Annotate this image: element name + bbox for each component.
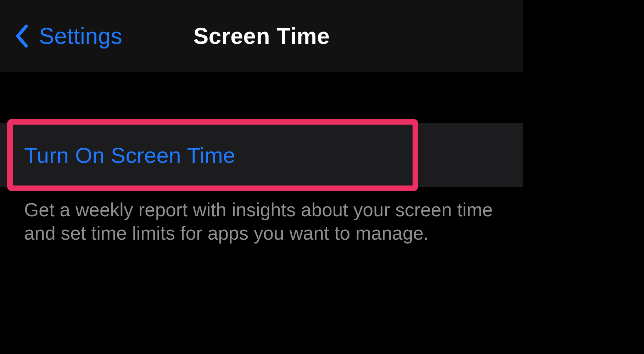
back-label: Settings [39,23,122,49]
turn-on-screen-time-label: Turn On Screen Time [24,143,235,168]
turn-on-screen-time-cell[interactable]: Turn On Screen Time [13,125,413,185]
content-area: Turn On Screen Time Get a weekly report … [0,72,523,245]
back-button[interactable]: Settings [15,23,122,49]
section-footer-text: Get a weekly report with insights about … [0,198,523,245]
nav-bar: Settings Screen Time [0,0,523,72]
screen-time-settings-view: Settings Screen Time Turn On Screen Time… [0,0,523,287]
chevron-left-icon [15,24,29,48]
page-title: Screen Time [194,23,330,49]
highlight-annotation: Turn On Screen Time [7,119,418,191]
